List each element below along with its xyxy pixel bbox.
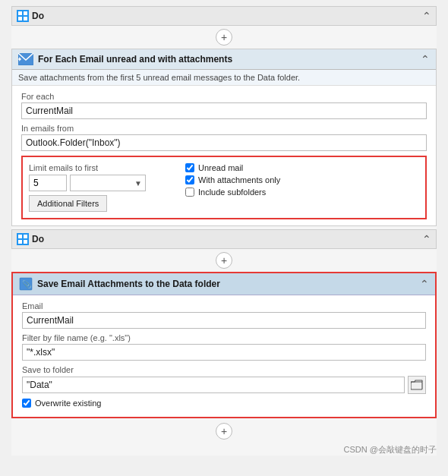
save-to-field-group: Save to folder	[22, 365, 426, 394]
in-emails-label: In emails from	[21, 124, 427, 133]
email-input[interactable]	[22, 312, 426, 329]
overwrite-checkbox[interactable]	[22, 399, 31, 408]
for-each-header: For Each Email unread and with attachmen…	[12, 49, 436, 70]
with-attachments-row: With attachments only	[185, 175, 419, 184]
for-each-field-group: For each	[21, 92, 427, 119]
watermark: CSDN @会敲键盘的时子	[11, 444, 437, 456]
save-collapse[interactable]: ⌃	[420, 279, 429, 289]
filter-label: Filter by file name (e.g. ".xls")	[22, 333, 426, 342]
save-header: 📎 Save Email Attachments to the Data fol…	[13, 273, 435, 295]
save-email-block: 📎 Save Email Attachments to the Data fol…	[11, 272, 437, 418]
email-field-group: Email	[22, 301, 426, 329]
top-do-collapse[interactable]: ⌃	[422, 11, 431, 21]
bottom-plus-button[interactable]: +	[216, 423, 232, 440]
limit-dropdown[interactable]	[70, 175, 146, 191]
overwrite-label: Overwrite existing	[35, 399, 101, 408]
include-subfolders-label: Include subfolders	[198, 188, 266, 197]
in-emails-field-group: In emails from	[21, 124, 427, 151]
folder-button[interactable]	[408, 376, 426, 394]
unread-mail-checkbox[interactable]	[185, 163, 194, 172]
second-do-icon	[17, 233, 29, 245]
limit-input-row: ▼	[29, 175, 173, 191]
for-each-label: For each	[21, 92, 427, 101]
for-each-title: For Each Email unread and with attachmen…	[38, 54, 232, 65]
svg-text:📎: 📎	[22, 279, 32, 289]
limit-dropdown-wrapper: ▼	[70, 175, 146, 191]
save-title: Save Email Attachments to the Data folde…	[37, 279, 220, 289]
additional-filters-button[interactable]: Additional Filters	[29, 195, 107, 212]
email-icon	[18, 53, 33, 65]
for-each-collapse[interactable]: ⌃	[421, 54, 430, 65]
unread-mail-row: Unread mail	[185, 163, 419, 172]
for-each-email-block: For Each Email unread and with attachmen…	[11, 49, 437, 226]
second-do-block: Do ⌃	[11, 229, 437, 249]
limit-right-col: Unread mail With attachments only Includ…	[185, 163, 419, 200]
limit-row: Limit emails to first ▼ Additional Filte…	[29, 163, 419, 212]
limit-label: Limit emails to first	[29, 163, 173, 172]
email-label: Email	[22, 301, 426, 311]
svg-rect-0	[18, 11, 22, 15]
include-subfolders-checkbox[interactable]	[185, 188, 194, 197]
svg-rect-6	[18, 235, 22, 238]
with-attachments-checkbox[interactable]	[185, 175, 194, 184]
svg-rect-9	[24, 240, 27, 244]
svg-rect-3	[24, 17, 27, 20]
limit-left-col: Limit emails to first ▼ Additional Filte…	[29, 163, 173, 212]
save-icon: 📎	[19, 277, 33, 291]
for-each-body: For each In emails from Limit emails to …	[12, 86, 436, 225]
filter-input[interactable]	[22, 344, 426, 361]
save-body: Email Filter by file name (e.g. ".xls") …	[13, 295, 435, 417]
folder-input-row	[22, 376, 426, 394]
filter-field-group: Filter by file name (e.g. ".xls")	[22, 333, 426, 361]
svg-rect-12	[411, 382, 422, 389]
second-do-collapse[interactable]: ⌃	[422, 234, 431, 244]
limit-section: Limit emails to first ▼ Additional Filte…	[21, 156, 427, 219]
limit-number-input[interactable]	[29, 175, 67, 191]
svg-rect-7	[24, 235, 27, 238]
for-each-description: Save attachments from the first 5 unread…	[12, 70, 436, 86]
in-emails-input[interactable]	[21, 134, 427, 151]
overwrite-row: Overwrite existing	[22, 399, 426, 408]
second-do-label: Do	[32, 234, 44, 244]
svg-rect-8	[18, 240, 22, 244]
middle-plus-button[interactable]: +	[216, 252, 232, 269]
save-to-label: Save to folder	[22, 365, 426, 374]
include-subfolders-row: Include subfolders	[185, 188, 419, 197]
top-plus-button[interactable]: +	[216, 29, 232, 46]
top-do-block: Do ⌃	[11, 6, 437, 26]
save-to-input[interactable]	[22, 377, 405, 393]
svg-rect-1	[24, 11, 27, 15]
svg-rect-2	[18, 17, 22, 20]
top-do-label: Do	[32, 11, 44, 21]
do-icon	[17, 10, 29, 22]
for-each-input[interactable]	[21, 102, 427, 119]
unread-mail-label: Unread mail	[198, 163, 243, 172]
with-attachments-label: With attachments only	[198, 175, 280, 184]
